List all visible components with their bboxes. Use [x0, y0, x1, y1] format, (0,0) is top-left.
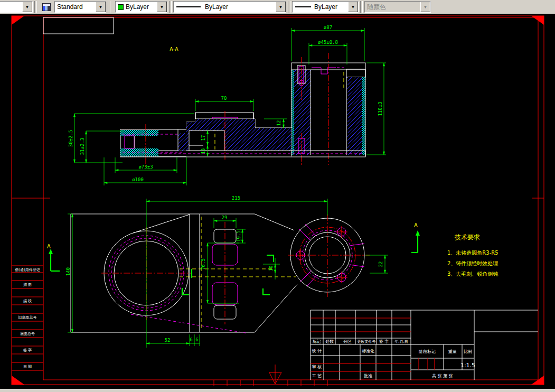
tb-scale-value: 1:1.5 [460, 362, 475, 369]
dim-87: ø87 [324, 25, 332, 30]
drawing-canvas[interactable]: A-A ø87 ø4 [0, 14, 555, 389]
dim-100: ø100 [132, 177, 144, 182]
toolbar-separator [34, 1, 37, 13]
corner-mark-top-left [12, 16, 24, 25]
dim-10: 10 [268, 266, 274, 272]
dim-110: 110±3 [378, 101, 383, 116]
color-combo-value: ByLayer [124, 3, 157, 11]
paper-border [12, 16, 544, 386]
side-label-trace: 描 图 [23, 283, 32, 287]
dim-70: 70 [221, 96, 227, 101]
cad-application-window: { "toolbar": { "style_combo": "Standard"… [0, 0, 555, 392]
tb-standardization: 标准化 [362, 349, 374, 353]
dim-6b: 6 [195, 337, 198, 342]
tb-approve: 批准 [364, 374, 372, 378]
dim-52: 52 [165, 338, 171, 343]
tech-req-item: 3、去毛刺、锐角倒钝 [447, 271, 498, 277]
chevron-down-icon[interactable]: ▼ [276, 2, 286, 12]
tech-req-item: 1、未铸造圆角R3-R5 [447, 250, 498, 256]
color-combo[interactable]: ByLayer ▼ [115, 1, 167, 13]
dim-6a: 6 [190, 337, 192, 342]
tb-audit: 审 核 [312, 365, 322, 369]
chevron-down-icon[interactable]: ▼ [348, 2, 358, 12]
slots [212, 222, 238, 324]
plotstyle-combo: 随颜色 ▼ [364, 1, 431, 13]
tb-scale-label: 比例 [464, 349, 472, 354]
status-bar-clipped [0, 389, 555, 392]
tb-sheets: 共 张 第 张 [432, 374, 453, 378]
dim-12: 12 [276, 120, 281, 126]
side-label-column: 借(通)用件登记 描 图 描 校 旧底图总号 底图总号 签 字 日 期 [12, 266, 43, 370]
small-boss [288, 214, 370, 297]
style-combo[interactable]: Standard ▼ [54, 1, 106, 13]
tb-process: 工 艺 [312, 374, 322, 378]
tb-design: 设 计 [312, 349, 322, 353]
toolbar-separator [108, 1, 110, 13]
lineweight-combo-value: ByLayer [311, 3, 348, 11]
section-arrow-right: A [411, 222, 420, 253]
dim-76-5: 76.5 [201, 258, 206, 270]
svg-text:A: A [47, 244, 51, 249]
title-strip-box [43, 17, 114, 34]
dim-215: 215 [232, 195, 240, 201]
side-label-old-base-no: 旧底图总号 [18, 315, 37, 320]
linetype-sample-icon [176, 6, 201, 7]
tb-header-date: 年.月.日 [394, 340, 408, 344]
tb-weight: 重量 [448, 349, 457, 354]
dim-29: 29 [222, 215, 228, 220]
corner-mark-bottom-left [12, 376, 24, 385]
dim-30: 30±2.5 [68, 130, 73, 147]
side-label-trace-check: 描 校 [23, 299, 32, 303]
section-dimensions: ø87 ø45±0.8 70 12 110±3 30±2.5 31±2.3 17… [68, 25, 386, 185]
tb-stage-mark: 阶段标记 [419, 349, 436, 354]
toolbar-separator [288, 1, 290, 13]
lineweight-sample-icon [295, 6, 311, 7]
dim-17: 17 [201, 135, 206, 141]
dim-13: 13 [201, 148, 206, 154]
text-style-button[interactable] [40, 1, 53, 13]
chevron-down-icon[interactable]: ▼ [22, 2, 32, 12]
dim-22: 22 [378, 262, 383, 267]
side-label-sign: 签 字 [23, 348, 32, 352]
section-view-title: A-A [170, 46, 178, 52]
tech-req-item: 2、铸件须经时效处理 [447, 260, 498, 266]
tb-header-count: 处数 [325, 339, 334, 344]
tb-header-zone: 分区 [343, 339, 352, 344]
side-label-date: 日 期 [23, 365, 32, 369]
linetype-combo-value: ByLayer [201, 3, 276, 11]
tb-header-sign: 签 字 [379, 339, 389, 344]
tech-req-title: 技术要求 [454, 234, 480, 241]
style-combo-value: Standard [55, 3, 96, 11]
chevron-down-icon[interactable]: ▼ [96, 2, 106, 12]
tb-header-mark: 标记 [313, 339, 321, 344]
svg-text:A: A [414, 222, 418, 228]
top-toolbar: ▼ Standard ▼ ByLayer ▼ ByLayer ▼ ByLayer… [0, 0, 555, 14]
dim-140: 140 [65, 267, 71, 276]
title-block: 标记 处数 分区 更改文件号 签 字 年.月.日 设 计 标准化 审 核 工 艺… [311, 310, 538, 380]
style-icon [42, 3, 51, 11]
section-view: A-A ø87 ø4 [68, 25, 386, 185]
lineweight-combo[interactable]: ByLayer ▼ [292, 1, 359, 13]
section-arrow-left: A [47, 244, 60, 271]
side-label-borrow: 借(通)用件登记 [15, 267, 40, 272]
dim-19-5: 19.5 [236, 230, 241, 242]
toolbar-separator [169, 1, 172, 13]
side-label-base-no: 底图总号 [20, 332, 35, 336]
dim-45: ø45±0.8 [318, 40, 338, 45]
color-swatch-icon [118, 4, 124, 10]
plotstyle-combo-value: 随颜色 [365, 3, 420, 12]
technical-requirements: 技术要求 1、未铸造圆角R3-R5 2、铸件须经时效处理 3、去毛刺、锐角倒钝 [447, 234, 498, 277]
tb-header-docno: 更改文件号 [358, 339, 376, 344]
layer-combo[interactable]: ▼ [0, 1, 33, 13]
large-bore [101, 227, 192, 320]
chevron-down-icon[interactable]: ▼ [157, 2, 167, 12]
toolbar-separator [360, 1, 363, 13]
chevron-down-icon: ▼ [420, 2, 430, 12]
dim-31: 31±2.3 [80, 138, 85, 155]
dim-73: ø73±3 [138, 164, 153, 170]
linetype-combo[interactable]: ByLayer ▼ [173, 1, 286, 13]
